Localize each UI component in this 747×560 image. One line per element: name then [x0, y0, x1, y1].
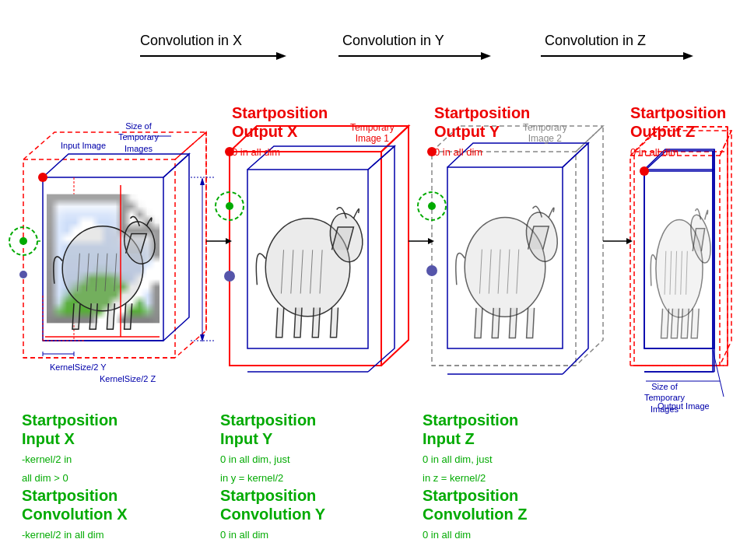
- startpos-input-x: StartpositionInput X-kernel/2 inall dim …: [22, 411, 117, 485]
- temp-image-2-label: TemporaryImage 2: [523, 122, 567, 144]
- startpos-output-z: StartpositionOutput Z0 in all dim: [630, 103, 726, 159]
- startpos-output-x: StartpositionOutput X0 in all dim: [232, 103, 328, 159]
- kernelsize-z-label: KernelSize/2 Z: [100, 373, 156, 384]
- size-temp-images-label-1: Size ofTemporaryImages: [118, 121, 159, 154]
- input-image-label: Input Image: [61, 140, 106, 151]
- temp-image-1-label: TemporaryImage 1: [350, 122, 395, 144]
- conv-y-label: Convolution in Y: [342, 33, 444, 49]
- startpos-input-y: StartpositionInput Y0 in all dim, justin…: [220, 411, 316, 485]
- conv-z-label: Convolution in Z: [545, 33, 646, 49]
- size-temp-images-label-2: Size ofTemporaryImages: [644, 381, 685, 415]
- startpos-input-z: StartpositionInput Z0 in all dim, justin…: [423, 411, 518, 485]
- kernelsize-y-label: KernelSize/2 Y: [50, 362, 107, 373]
- startpos-conv-z: StartpositionConvolution Z0 in all dim: [423, 486, 527, 542]
- startpos-conv-y: StartpositionConvolution Y0 in all dim: [220, 486, 325, 542]
- startpos-conv-x: StartpositionConvolution X-kernel/2 in a…: [22, 486, 128, 542]
- startpos-output-y: StartpositionOutput Y0 in all dim: [434, 103, 530, 159]
- conv-x-label: Convolution in X: [140, 33, 242, 49]
